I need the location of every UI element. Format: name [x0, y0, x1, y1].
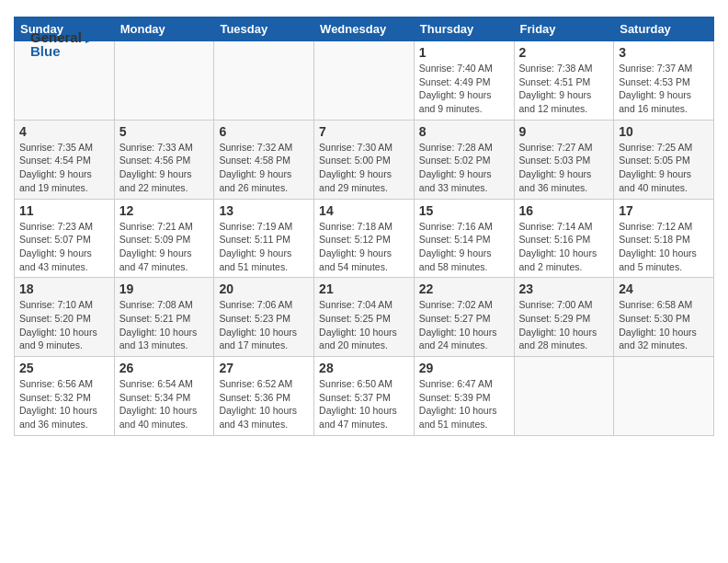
empty-cell [314, 41, 415, 121]
day-cell-16: 16Sunrise: 7:14 AM Sunset: 5:16 PM Dayli… [514, 199, 614, 278]
day-number: 20 [219, 282, 309, 296]
day-cell-28: 28Sunrise: 6:50 AM Sunset: 5:37 PM Dayli… [314, 357, 415, 436]
day-info: Sunrise: 7:33 AM Sunset: 4:56 PM Dayligh… [119, 141, 210, 195]
empty-cell [514, 357, 614, 436]
day-cell-4: 4Sunrise: 7:35 AM Sunset: 4:54 PM Daylig… [15, 120, 115, 199]
day-cell-17: 17Sunrise: 7:12 AM Sunset: 5:18 PM Dayli… [614, 199, 714, 278]
day-number: 10 [619, 124, 709, 139]
day-info: Sunrise: 7:21 AM Sunset: 5:09 PM Dayligh… [119, 220, 210, 274]
day-number: 4 [19, 124, 109, 139]
day-number: 21 [319, 282, 409, 296]
day-info: Sunrise: 7:18 AM Sunset: 5:12 PM Dayligh… [319, 220, 409, 274]
day-info: Sunrise: 7:04 AM Sunset: 5:25 PM Dayligh… [319, 298, 409, 352]
week-row-1: 1Sunrise: 7:40 AM Sunset: 4:49 PM Daylig… [15, 41, 714, 121]
day-number: 12 [119, 203, 210, 218]
day-info: Sunrise: 7:38 AM Sunset: 4:51 PM Dayligh… [519, 62, 609, 116]
day-cell-13: 13Sunrise: 7:19 AM Sunset: 5:11 PM Dayli… [214, 199, 314, 278]
day-number: 1 [419, 45, 509, 60]
weekday-header-tuesday: Tuesday [214, 17, 314, 41]
day-number: 17 [619, 203, 709, 218]
day-number: 29 [419, 361, 509, 375]
day-info: Sunrise: 7:14 AM Sunset: 5:16 PM Dayligh… [519, 220, 609, 274]
day-number: 16 [519, 203, 609, 218]
day-info: Sunrise: 7:23 AM Sunset: 5:07 PM Dayligh… [19, 220, 109, 274]
day-cell-7: 7Sunrise: 7:30 AM Sunset: 5:00 PM Daylig… [314, 120, 415, 199]
day-number: 18 [19, 282, 109, 296]
week-row-2: 4Sunrise: 7:35 AM Sunset: 4:54 PM Daylig… [15, 120, 714, 199]
day-cell-29: 29Sunrise: 6:47 AM Sunset: 5:39 PM Dayli… [414, 357, 514, 436]
day-info: Sunrise: 7:12 AM Sunset: 5:18 PM Dayligh… [619, 220, 709, 274]
day-number: 15 [419, 203, 509, 218]
day-cell-8: 8Sunrise: 7:28 AM Sunset: 5:02 PM Daylig… [414, 120, 514, 199]
day-info: Sunrise: 7:28 AM Sunset: 5:02 PM Dayligh… [419, 141, 509, 195]
day-info: Sunrise: 7:00 AM Sunset: 5:29 PM Dayligh… [519, 298, 609, 352]
day-cell-6: 6Sunrise: 7:32 AM Sunset: 4:58 PM Daylig… [214, 120, 314, 199]
day-cell-9: 9Sunrise: 7:27 AM Sunset: 5:03 PM Daylig… [514, 120, 614, 199]
day-cell-25: 25Sunrise: 6:56 AM Sunset: 5:32 PM Dayli… [15, 357, 115, 436]
logo-blue: Blue [30, 43, 61, 59]
day-number: 22 [419, 282, 509, 296]
day-info: Sunrise: 6:52 AM Sunset: 5:36 PM Dayligh… [219, 377, 309, 431]
day-number: 27 [219, 361, 309, 375]
day-number: 6 [219, 124, 309, 139]
weekday-header-friday: Friday [514, 17, 614, 41]
day-info: Sunrise: 7:08 AM Sunset: 5:21 PM Dayligh… [119, 298, 210, 352]
day-cell-27: 27Sunrise: 6:52 AM Sunset: 5:36 PM Dayli… [214, 357, 314, 436]
day-info: Sunrise: 7:32 AM Sunset: 4:58 PM Dayligh… [219, 141, 309, 195]
day-cell-11: 11Sunrise: 7:23 AM Sunset: 5:07 PM Dayli… [15, 199, 115, 278]
day-info: Sunrise: 7:37 AM Sunset: 4:53 PM Dayligh… [619, 62, 709, 116]
day-number: 13 [219, 203, 309, 218]
day-number: 14 [319, 203, 409, 218]
day-number: 2 [519, 45, 609, 60]
week-row-3: 11Sunrise: 7:23 AM Sunset: 5:07 PM Dayli… [15, 199, 714, 278]
day-number: 26 [119, 361, 210, 375]
day-number: 28 [319, 361, 409, 375]
day-info: Sunrise: 7:40 AM Sunset: 4:49 PM Dayligh… [419, 62, 509, 116]
day-number: 5 [119, 124, 210, 139]
day-cell-2: 2Sunrise: 7:38 AM Sunset: 4:51 PM Daylig… [514, 41, 614, 121]
day-cell-19: 19Sunrise: 7:08 AM Sunset: 5:21 PM Dayli… [114, 278, 214, 357]
day-number: 11 [19, 203, 109, 218]
day-number: 19 [119, 282, 210, 296]
day-cell-23: 23Sunrise: 7:00 AM Sunset: 5:29 PM Dayli… [514, 278, 614, 357]
day-number: 8 [419, 124, 509, 139]
day-info: Sunrise: 7:27 AM Sunset: 5:03 PM Dayligh… [519, 141, 609, 195]
weekday-header-saturday: Saturday [614, 17, 714, 41]
day-cell-18: 18Sunrise: 7:10 AM Sunset: 5:20 PM Dayli… [15, 278, 115, 357]
day-info: Sunrise: 6:47 AM Sunset: 5:39 PM Dayligh… [419, 377, 509, 431]
day-info: Sunrise: 7:35 AM Sunset: 4:54 PM Dayligh… [19, 141, 109, 195]
day-cell-24: 24Sunrise: 6:58 AM Sunset: 5:30 PM Dayli… [614, 278, 714, 357]
day-info: Sunrise: 6:58 AM Sunset: 5:30 PM Dayligh… [619, 298, 709, 352]
day-cell-3: 3Sunrise: 7:37 AM Sunset: 4:53 PM Daylig… [614, 41, 714, 121]
day-info: Sunrise: 6:56 AM Sunset: 5:32 PM Dayligh… [19, 377, 109, 431]
day-number: 25 [19, 361, 109, 375]
day-cell-26: 26Sunrise: 6:54 AM Sunset: 5:34 PM Dayli… [114, 357, 214, 436]
day-number: 9 [519, 124, 609, 139]
day-info: Sunrise: 7:10 AM Sunset: 5:20 PM Dayligh… [19, 298, 109, 352]
day-info: Sunrise: 7:30 AM Sunset: 5:00 PM Dayligh… [319, 141, 409, 195]
day-info: Sunrise: 7:16 AM Sunset: 5:14 PM Dayligh… [419, 220, 509, 274]
weekday-header-thursday: Thursday [414, 17, 514, 41]
day-info: Sunrise: 7:06 AM Sunset: 5:23 PM Dayligh… [219, 298, 309, 352]
day-cell-10: 10Sunrise: 7:25 AM Sunset: 5:05 PM Dayli… [614, 120, 714, 199]
day-cell-22: 22Sunrise: 7:02 AM Sunset: 5:27 PM Dayli… [414, 278, 514, 357]
day-cell-20: 20Sunrise: 7:06 AM Sunset: 5:23 PM Dayli… [214, 278, 314, 357]
day-cell-15: 15Sunrise: 7:16 AM Sunset: 5:14 PM Dayli… [414, 199, 514, 278]
day-cell-12: 12Sunrise: 7:21 AM Sunset: 5:09 PM Dayli… [114, 199, 214, 278]
day-info: Sunrise: 7:19 AM Sunset: 5:11 PM Dayligh… [219, 220, 309, 274]
empty-cell [114, 41, 214, 121]
day-number: 23 [519, 282, 609, 296]
day-cell-1: 1Sunrise: 7:40 AM Sunset: 4:49 PM Daylig… [414, 41, 514, 121]
calendar-table: SundayMondayTuesdayWednesdayThursdayFrid… [14, 17, 714, 436]
empty-cell [614, 357, 714, 436]
day-number: 7 [319, 124, 409, 139]
day-info: Sunrise: 6:50 AM Sunset: 5:37 PM Dayligh… [319, 377, 409, 431]
day-cell-14: 14Sunrise: 7:18 AM Sunset: 5:12 PM Dayli… [314, 199, 415, 278]
logo-chevron-icon [84, 31, 100, 44]
logo: General Blue [30, 29, 100, 59]
day-cell-5: 5Sunrise: 7:33 AM Sunset: 4:56 PM Daylig… [114, 120, 214, 199]
day-info: Sunrise: 7:25 AM Sunset: 5:05 PM Dayligh… [619, 141, 709, 195]
svg-marker-0 [85, 32, 98, 43]
week-row-5: 25Sunrise: 6:56 AM Sunset: 5:32 PM Dayli… [15, 357, 714, 436]
day-cell-21: 21Sunrise: 7:04 AM Sunset: 5:25 PM Dayli… [314, 278, 415, 357]
